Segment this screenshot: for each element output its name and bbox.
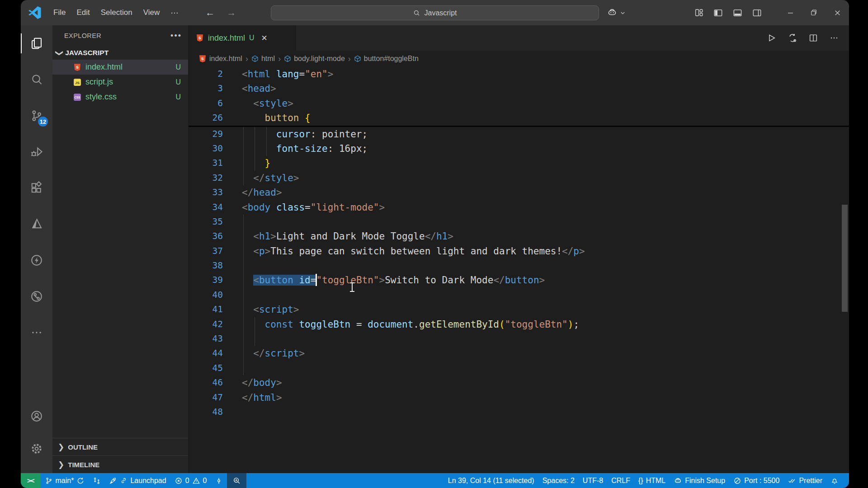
toggle-sidebar-icon[interactable]	[713, 8, 723, 18]
code-line-39[interactable]: 39 <button id="toggleBtn">Switch to Dark…	[189, 273, 849, 287]
settings-gear-icon[interactable]	[21, 436, 52, 461]
code-line-40[interactable]: 40	[189, 288, 849, 302]
code-line-37[interactable]: 37 <p>This page can switch between light…	[189, 244, 849, 258]
menu-overflow[interactable]: ⋯	[165, 6, 184, 20]
code-line-44[interactable]: 44 </script>	[189, 346, 849, 361]
language-mode[interactable]: {} HTML	[634, 473, 670, 488]
extensions-icon[interactable]	[21, 175, 52, 201]
code-line-48[interactable]: 48	[189, 405, 849, 419]
command-center-search[interactable]: Javascript	[271, 5, 599, 20]
line-number: 34	[189, 200, 223, 215]
formatter-status[interactable]: Prettier	[783, 473, 826, 488]
thunder-extension-icon[interactable]	[21, 248, 52, 273]
code-line-45[interactable]: 45	[189, 361, 849, 375]
customize-layout-icon[interactable]	[694, 8, 704, 18]
code-content: </body>	[242, 375, 282, 390]
close-button[interactable]	[826, 0, 849, 25]
search-view-icon[interactable]	[21, 67, 52, 92]
code-line-36[interactable]: 36 <h1>Light and Dark Mode Toggle</h1>	[189, 229, 849, 244]
menu-item-file[interactable]: File	[48, 6, 71, 19]
explorer-icon[interactable]	[21, 31, 52, 56]
file-row-style.css[interactable]: CSSstyle.cssU	[52, 89, 188, 104]
outline-label: OUTLINE	[68, 443, 98, 451]
tab-close-icon[interactable]: ✕	[261, 33, 268, 43]
file-row-script.js[interactable]: JSscript.jsU	[52, 75, 188, 89]
port-status[interactable]: Port : 5500	[729, 473, 783, 488]
eol-status[interactable]: CRLF	[607, 473, 634, 488]
indentation-status[interactable]: Spaces: 2	[538, 473, 579, 488]
zoom-status[interactable]	[227, 473, 246, 488]
encoding-status[interactable]: UTF-8	[579, 473, 607, 488]
breadcrumb-item[interactable]: body.light-mode	[284, 55, 345, 63]
branch-name: main*	[56, 477, 74, 485]
copilot-button[interactable]	[607, 7, 626, 18]
workspace-section-header[interactable]: ❯ JAVASCRIPT	[52, 46, 188, 60]
sticky-line-26[interactable]: 26 button {	[189, 111, 849, 125]
line-number: 37	[189, 244, 223, 258]
code-line-29[interactable]: 29 cursor: pointer;	[189, 127, 849, 141]
breadcrumb-item[interactable]: button#toggleBtn	[354, 55, 419, 63]
code-line-43[interactable]: 43	[189, 332, 849, 346]
code-line-34[interactable]: 34<body class="light-mode">	[189, 200, 849, 215]
timeline-section-header[interactable]: ❯ TIMELINE	[52, 455, 188, 473]
problems-status[interactable]: 0 0	[170, 473, 211, 488]
sticky-line-3[interactable]: 3<head>	[189, 81, 849, 96]
code-line-46[interactable]: 46</body>	[189, 375, 849, 390]
outline-section-header[interactable]: ❯ OUTLINE	[52, 438, 188, 455]
split-editor-icon[interactable]	[808, 33, 818, 43]
code-line-33[interactable]: 33</head>	[189, 185, 849, 200]
restore-button[interactable]	[802, 0, 826, 25]
tab-index-html[interactable]: 5 index.html U ✕	[189, 25, 297, 51]
remote-indicator[interactable]: ><	[21, 473, 41, 488]
warning-icon	[192, 477, 200, 485]
run-debug-icon[interactable]	[21, 139, 52, 164]
file-row-index.html[interactable]: 5index.htmlU	[52, 60, 188, 75]
breadcrumb-item[interactable]: 5index.html	[198, 55, 242, 63]
commit-status[interactable]	[211, 473, 227, 488]
back-arrow-icon[interactable]: ←	[205, 7, 215, 18]
code-editor[interactable]: 2<html lang="en">3<head>6 <style>26 butt…	[189, 67, 849, 473]
menu-item-edit[interactable]: Edit	[71, 6, 95, 19]
explorer-more-actions[interactable]: •••	[170, 31, 182, 41]
breadcrumb-item[interactable]: html	[251, 55, 275, 63]
forward-arrow-icon[interactable]: →	[226, 7, 236, 18]
toggle-panel-icon[interactable]	[732, 8, 743, 18]
code-line-30[interactable]: 30 font-size: 16px;	[189, 141, 849, 156]
notifications-status[interactable]	[826, 473, 843, 488]
sticky-line-6[interactable]: 6 <style>	[189, 96, 849, 111]
indent-guide-icon	[243, 215, 244, 229]
code-content: <button id="toggleBtn">Switch to Dark Mo…	[242, 273, 545, 287]
run-file-icon[interactable]	[767, 33, 777, 43]
graph-status[interactable]	[89, 473, 105, 488]
code-line-32[interactable]: 32 </style>	[189, 171, 849, 185]
timeline-label: TIMELINE	[68, 461, 99, 469]
code-content: <h1>Light and Dark Mode Toggle</h1>	[242, 229, 453, 244]
code-line-42[interactable]: 42 const toggleBtn = document.getElement…	[189, 317, 849, 332]
launchpad-status[interactable]: Launchpad	[105, 473, 170, 488]
source-control-icon[interactable]: 12	[21, 103, 52, 128]
code-line-35[interactable]: 35	[189, 215, 849, 229]
minimize-button[interactable]	[778, 0, 802, 25]
open-changes-icon[interactable]	[788, 33, 797, 43]
code-line-41[interactable]: 41 <script>	[189, 302, 849, 317]
menu-item-view[interactable]: View	[138, 6, 165, 19]
gitlens-extension-icon[interactable]	[21, 284, 52, 309]
menu-item-selection[interactable]: Selection	[95, 6, 138, 19]
code-line-31[interactable]: 31 }	[189, 156, 849, 170]
svg-text:5: 5	[198, 35, 201, 40]
toggle-secondary-sidebar-icon[interactable]	[752, 8, 762, 18]
svg-text:5: 5	[76, 65, 79, 70]
line-number: 47	[189, 390, 223, 405]
code-line-47[interactable]: 47</html>	[189, 390, 849, 405]
cursor-position[interactable]: Ln 39, Col 14 (11 selected)	[444, 473, 538, 488]
more-views-icon[interactable]	[21, 320, 52, 345]
branch-status[interactable]: main*	[41, 473, 89, 488]
sticky-line-2[interactable]: 2<html lang="en">	[189, 67, 849, 81]
copilot-setup-status[interactable]: Finish Setup	[670, 473, 729, 488]
scrollbar-thumb[interactable]	[842, 205, 848, 312]
editor-more-actions-icon[interactable]	[829, 33, 839, 43]
activity-bar: 12	[21, 25, 52, 473]
account-icon[interactable]	[21, 404, 52, 429]
code-line-38[interactable]: 38	[189, 258, 849, 273]
prism-extension-icon[interactable]	[21, 211, 52, 237]
